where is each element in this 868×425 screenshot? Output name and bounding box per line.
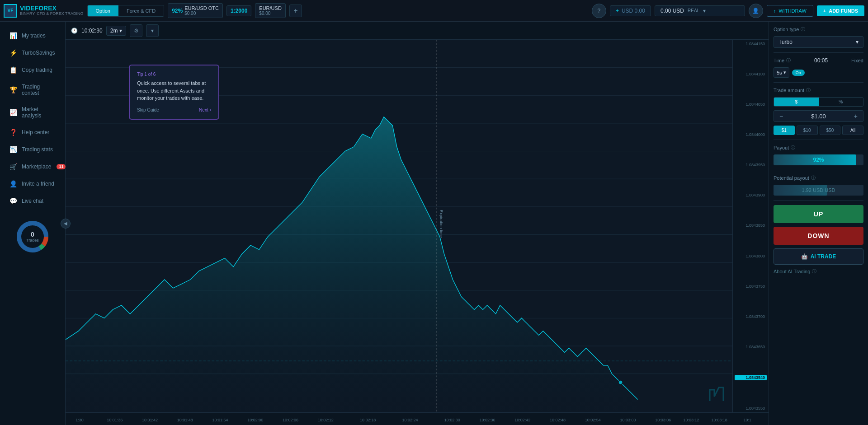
trades-count: 0 xyxy=(26,231,39,238)
y-axis: 1.0844150 1.0844100 1.0844050 1.0844000 … xyxy=(732,40,769,412)
tab-dollar[interactable]: $ xyxy=(774,98,819,106)
profile-button[interactable]: 👤 xyxy=(749,4,763,18)
asset1-name: EUR/USD OTC xyxy=(184,5,219,11)
asset1-price: $0.00 xyxy=(184,11,219,16)
copy-trading-icon: 📋 xyxy=(9,66,17,74)
sidebar-item-marketplace[interactable]: 🛒 Marketplace 11 xyxy=(3,159,62,175)
sidebar-item-live-chat[interactable]: 💬 Live chat xyxy=(3,193,62,209)
chart-extra-button[interactable]: ▾ xyxy=(146,24,159,37)
option-type-row: Option type ⓘ xyxy=(774,26,863,33)
time-toggle[interactable]: On xyxy=(792,70,805,76)
add-deposit-icon: + xyxy=(616,8,619,14)
option-type-select[interactable]: Turbo ▾ xyxy=(774,36,863,48)
help-button[interactable]: ? xyxy=(592,4,606,18)
x-label-4: 10:01:54 xyxy=(212,418,228,422)
sidebar-collapse-button[interactable]: ◀ xyxy=(61,219,71,229)
price-label-4: 1.0843950 xyxy=(735,163,767,167)
ai-trade-label: AI TRADE xyxy=(811,253,836,260)
logo-area: VF VIDEFOREX BINARY, CFD & FOREX TRADING xyxy=(4,4,84,18)
trading-contest-icon: 🏆 xyxy=(9,86,17,93)
next-tip-button[interactable]: Next › xyxy=(199,107,211,112)
asset2-name: EUR/USD xyxy=(259,5,282,11)
right-panel: Option type ⓘ Turbo ▾ Time ⓘ 00:05 Fixed… xyxy=(769,22,868,425)
about-ai-info-icon[interactable]: ⓘ xyxy=(812,268,816,275)
asset-pair-2[interactable]: EUR/USD $0.00 xyxy=(255,3,286,18)
option-type-label: Option type ⓘ xyxy=(774,26,805,33)
quick-amount-10[interactable]: $10 xyxy=(797,126,818,135)
time-interval-select[interactable]: 5s ▾ xyxy=(774,67,789,78)
fixed-label: Fixed xyxy=(851,58,863,63)
price-label-5: 1.0843900 xyxy=(735,193,767,197)
quick-amount-50[interactable]: $50 xyxy=(820,126,841,135)
price-label-1: 1.0844100 xyxy=(735,72,767,76)
trading-contest-label: Trading contest xyxy=(22,84,56,96)
tab-forex[interactable]: Forex & CFD xyxy=(118,5,164,16)
price-label-6: 1.0843850 xyxy=(735,223,767,228)
potential-payout-info-icon[interactable]: ⓘ xyxy=(811,175,816,181)
quick-amount-1[interactable]: $1 xyxy=(774,126,795,135)
bottom-logo xyxy=(705,383,728,407)
ai-trade-button[interactable]: 🤖 AI TRADE xyxy=(774,248,863,265)
marketplace-badge: 11 xyxy=(57,164,66,169)
timeframe-arrow-icon: ▾ xyxy=(119,28,122,34)
sidebar-item-invite-friend[interactable]: 👤 Invite a friend xyxy=(3,176,62,192)
divider-5 xyxy=(774,200,863,201)
up-button[interactable]: UP xyxy=(774,205,863,223)
deposit-display: + USD 0.00 xyxy=(610,5,651,16)
market-analysis-icon: 📈 xyxy=(9,109,17,116)
sidebar-item-market-analysis[interactable]: 📈 Market analysis xyxy=(3,102,62,123)
tab-option[interactable]: Option xyxy=(88,5,118,16)
x-label-9: 10:02:24 xyxy=(402,418,418,422)
sidebar-item-turbo-savings[interactable]: ⚡ TurboSavings xyxy=(3,45,62,61)
balance-type: REAL xyxy=(688,8,699,13)
settings-icon: ⚙ xyxy=(134,28,139,34)
sidebar-item-help-center[interactable]: ❓ Help center xyxy=(3,124,62,140)
amount-decrease-button[interactable]: − xyxy=(778,112,785,120)
x-label-7: 10:02:12 xyxy=(318,418,334,422)
x-label-10: 10:02:30 xyxy=(444,418,460,422)
about-ai-trading-link[interactable]: About AI Trading ⓘ xyxy=(774,268,863,275)
add-funds-button[interactable]: + ADD FUNDS xyxy=(817,5,864,16)
trade-type-tabs: Option Forex & CFD xyxy=(87,5,165,17)
topbar: VF VIDEFOREX BINARY, CFD & FOREX TRADING… xyxy=(0,0,868,22)
timeframe-select[interactable]: 2m ▾ xyxy=(106,26,127,36)
payout-info-icon[interactable]: ⓘ xyxy=(791,145,795,151)
quick-amount-all[interactable]: All xyxy=(842,126,863,135)
main-layout: 📊 My trades ⚡ TurboSavings 📋 Copy tradin… xyxy=(0,22,868,425)
payout-bar: 92% xyxy=(774,154,863,165)
asset1-pct: 92% xyxy=(172,8,183,14)
potential-payout-label: Potential payout ⓘ xyxy=(774,175,816,181)
sidebar-item-copy-trading[interactable]: 📋 Copy trading xyxy=(3,62,62,78)
amount-increase-button[interactable]: + xyxy=(852,112,859,120)
balance-display[interactable]: 0.00 USD REAL ▾ xyxy=(655,5,745,16)
x-label-6: 10:02:06 xyxy=(283,418,298,422)
payout-label-row: Payout ⓘ xyxy=(774,145,863,151)
chart-settings-button[interactable]: ⚙ xyxy=(130,24,142,37)
divider-2 xyxy=(774,82,863,83)
asset-pair-1[interactable]: 92% EUR/USD OTC $0.00 xyxy=(168,3,223,18)
extra-icon: ▾ xyxy=(151,28,154,34)
skip-guide-button[interactable]: Skip Guide xyxy=(137,107,159,112)
sidebar-item-trading-contest[interactable]: 🏆 Trading contest xyxy=(3,79,62,101)
ai-trade-icon: 🤖 xyxy=(801,253,808,260)
tooltip-tip-number: Tip 1 of 6 xyxy=(137,72,211,77)
trades-label-text: Trades xyxy=(26,238,39,243)
trade-amount-info-icon[interactable]: ⓘ xyxy=(806,87,811,93)
sidebar-item-trading-stats[interactable]: 📉 Trading stats xyxy=(3,141,62,158)
tab-percent[interactable]: % xyxy=(819,98,863,106)
x-label-15: 10:03:00 xyxy=(620,418,636,422)
x-axis: 1:30 10:01:36 10:01:42 10:01:48 10:01:54… xyxy=(66,412,769,425)
option-type-chevron-icon: ▾ xyxy=(856,39,859,45)
option-type-info-icon[interactable]: ⓘ xyxy=(801,26,805,33)
help-center-icon: ❓ xyxy=(9,129,17,136)
down-button[interactable]: DOWN xyxy=(774,227,863,245)
time-info-icon[interactable]: ⓘ xyxy=(786,57,791,64)
price-label-0: 1.0844150 xyxy=(735,42,767,46)
market-analysis-label: Market analysis xyxy=(22,106,56,119)
withdraw-icon: ↑ xyxy=(774,8,776,14)
add-pair-button[interactable]: + xyxy=(289,5,302,17)
svg-point-19 xyxy=(618,380,623,384)
sidebar-item-my-trades[interactable]: 📊 My trades xyxy=(3,28,62,44)
svg-marker-16 xyxy=(66,117,638,412)
withdraw-button[interactable]: ↑ WITHDRAW xyxy=(767,5,813,17)
